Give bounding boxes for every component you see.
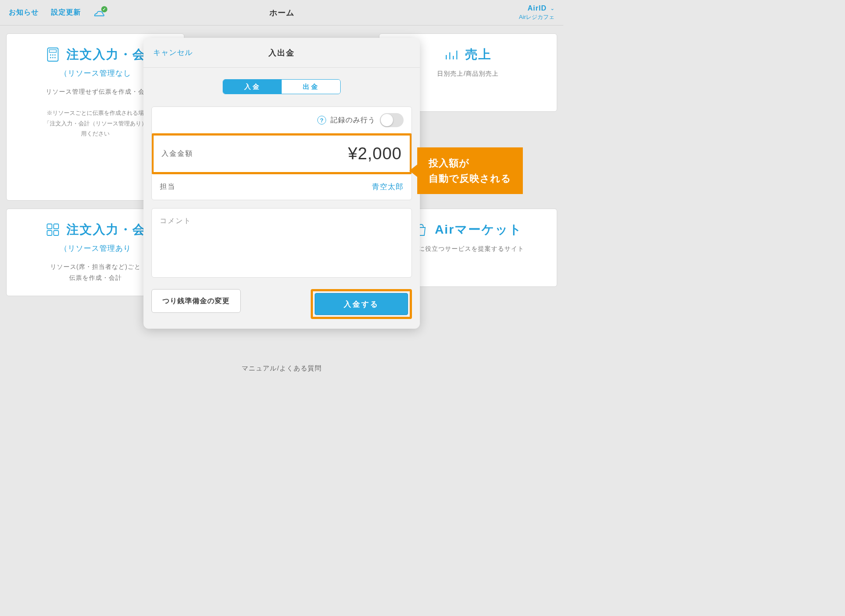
owner-field[interactable]: 担当 青空太郎 bbox=[152, 174, 411, 200]
help-icon[interactable]: ? bbox=[317, 116, 326, 125]
modal-overlay: キャンセル 入出金 入金 出金 ? 記録のみ行う 入金金額 ¥2,000 担当 … bbox=[0, 0, 563, 411]
record-only-label: 記録のみ行う bbox=[331, 116, 375, 125]
owner-label: 担当 bbox=[160, 182, 176, 191]
deposit-withdraw-segment: 入金 出金 bbox=[223, 79, 341, 94]
deposit-button[interactable]: 入金する bbox=[315, 293, 408, 315]
amount-value: ¥2,000 bbox=[348, 144, 402, 163]
change-reserve-button[interactable]: つり銭準備金の変更 bbox=[151, 289, 241, 313]
segment-withdraw[interactable]: 出金 bbox=[282, 80, 340, 94]
comment-field[interactable]: コメント bbox=[151, 208, 412, 278]
annotation-callout: 投入額が 自動で反映される bbox=[417, 147, 523, 194]
deposit-withdraw-modal: キャンセル 入出金 入金 出金 ? 記録のみ行う 入金金額 ¥2,000 担当 … bbox=[143, 38, 420, 329]
amount-label: 入金金額 bbox=[162, 149, 193, 158]
segment-deposit[interactable]: 入金 bbox=[223, 80, 282, 94]
deposit-button-highlight: 入金する bbox=[311, 289, 412, 319]
comment-placeholder: コメント bbox=[160, 217, 191, 224]
cancel-button[interactable]: キャンセル bbox=[153, 48, 193, 58]
record-only-toggle[interactable] bbox=[380, 113, 404, 127]
modal-title: 入出金 bbox=[268, 48, 295, 58]
owner-value: 青空太郎 bbox=[372, 182, 404, 192]
deposit-amount-field[interactable]: 入金金額 ¥2,000 bbox=[151, 133, 412, 174]
